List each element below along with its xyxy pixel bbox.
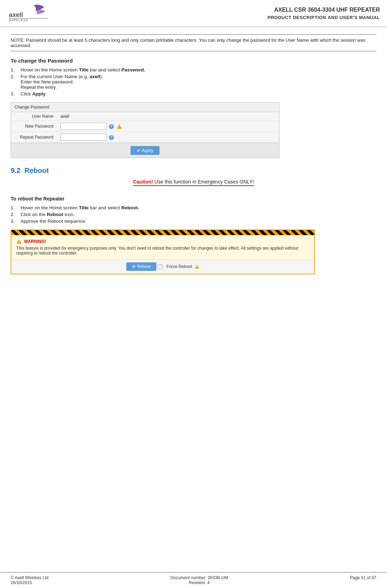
page-footer: © Axell Wireless Ltd 26/10/2015 Document… <box>0 572 387 588</box>
footer-left: © Axell Wireless Ltd 26/10/2015 <box>11 575 48 585</box>
new-password-field-cell: ? <box>57 121 279 132</box>
reboot-step-3-num: 3. <box>11 219 21 224</box>
username-row: User Name axell <box>11 112 279 121</box>
step-3: 3. Click Apply. <box>11 91 376 97</box>
footer-date: 26/10/2015 <box>11 580 48 585</box>
reboot-step-3: 3. Approve the Reboot sequence. <box>11 219 376 224</box>
repeat-password-help-icon: ? <box>109 135 114 140</box>
caution-label: Caution! <box>133 179 153 185</box>
force-reboot-checkbox[interactable] <box>158 264 162 269</box>
header-title-block: AXELL CSR 3604-3304 UHF REPEATER PRODUCT… <box>71 6 380 21</box>
footer-company: © Axell Wireless Ltd <box>11 575 48 580</box>
section-num: 9.2 <box>11 167 21 174</box>
warning-body: ! WARNING! This feature is provided for … <box>11 235 314 259</box>
force-reboot-warn-icon <box>195 265 199 269</box>
step-2-indent1: Enter the New password. <box>21 79 376 85</box>
note-text: NOTE: Password should be at least 5 char… <box>11 37 365 48</box>
warning-panel: ! WARNING! This feature is provided for … <box>11 229 315 274</box>
svg-text:axell: axell <box>9 11 23 18</box>
section-title: Reboot <box>24 167 49 174</box>
step-1-text: Hover on the Home screen Title bar and s… <box>21 67 376 72</box>
step-3-num: 3. <box>11 91 21 97</box>
step-2-num: 2. <box>11 74 21 90</box>
panel-title: Change Password <box>11 103 279 112</box>
caution-text: Use this function in Emergency Cases ONL… <box>153 179 254 185</box>
reboot-step-2-num: 2. <box>11 212 21 217</box>
repeat-password-input[interactable] <box>60 134 106 141</box>
step-2-indent2: Repeat the entry. <box>21 85 376 90</box>
new-password-row: New Password ? <box>11 121 279 132</box>
reboot-step-3-text: Approve the Reboot sequence. <box>21 219 376 224</box>
warning-title-text: WARNING! <box>24 239 46 244</box>
footer-page-number: Page 51 of 67 <box>350 575 376 585</box>
repeat-password-row: Repeat Password ? <box>11 132 279 143</box>
change-password-steps: 1. Hover on the Home screen Title bar an… <box>11 67 376 97</box>
reboot-step-1-text: Hover on the Home screen Title bar and s… <box>21 205 376 210</box>
change-password-heading: To change the Password <box>11 58 376 64</box>
note-box: NOTE: Password should be at least 5 char… <box>11 34 376 51</box>
footer-revision: Revision. 4 <box>171 580 228 585</box>
product-title-line2: PRODUCT DESCRIPTION AND USER'S MANUAL <box>71 14 380 21</box>
reboot-step-1: 1. Hover on the Home screen Title bar an… <box>11 205 376 210</box>
username-value: axell <box>57 112 279 121</box>
warning-title-row: ! WARNING! <box>16 239 309 244</box>
warning-body-text: This feature is provided for emergency p… <box>16 246 309 256</box>
step-2-text: For the current User Name (e.g. axell): … <box>21 74 376 90</box>
svg-text:!: ! <box>18 240 19 244</box>
caution-box: Caution! Use this function in Emergency … <box>133 179 254 186</box>
reboot-step-2-text: Click on the Reboot icon. <box>21 212 376 217</box>
footer-doc-number: Document number: 3633B-UM <box>171 575 228 580</box>
svg-text:WIRELESS: WIRELESS <box>9 18 28 22</box>
apply-button[interactable]: ✔ Apply <box>131 146 160 155</box>
step-1: 1. Hover on the Home screen Title bar an… <box>11 67 376 72</box>
page-header: axell WIRELESS AXELL CSR 3604-3304 UHF R… <box>0 0 387 27</box>
repeat-password-field-cell: ? <box>57 132 279 143</box>
section-9-2-title: 9.2 Reboot <box>11 167 376 175</box>
step-2: 2. For the current User Name (e.g. axell… <box>11 74 376 90</box>
reboot-heading: To reboot the Repeater <box>11 196 376 202</box>
new-password-warn-icon <box>117 124 122 129</box>
caution-area: Caution! Use this function in Emergency … <box>11 179 376 191</box>
reboot-button[interactable]: ⚙ Reboot <box>126 262 156 271</box>
logo-area: axell WIRELESS <box>7 4 71 23</box>
step-1-num: 1. <box>11 67 21 72</box>
reboot-step-1-num: 1. <box>11 205 21 210</box>
reboot-steps: 1. Hover on the Home screen Title bar an… <box>11 205 376 224</box>
product-title-line1: AXELL CSR 3604-3304 UHF REPEATER <box>71 6 380 14</box>
change-password-panel: Change Password User Name axell New Pass… <box>11 102 279 158</box>
force-reboot-label: Force Reboot <box>167 264 192 269</box>
footer-center: Document number: 3633B-UM Revision. 4 <box>171 575 228 585</box>
new-password-input[interactable] <box>60 123 106 130</box>
panel-fields-table: User Name axell New Password ? Repeat Pa… <box>11 112 279 143</box>
reboot-step-2: 2. Click on the Reboot icon. <box>11 212 376 217</box>
panel-footer: ✔ Apply <box>11 143 279 158</box>
warning-footer: ⚙ Reboot Force Reboot <box>11 259 314 274</box>
new-password-label: New Password <box>11 121 57 132</box>
username-label: User Name <box>11 112 57 121</box>
step-3-text: Click Apply. <box>21 91 376 97</box>
main-content: NOTE: Password should be at least 5 char… <box>0 27 387 289</box>
username-text: axell <box>60 114 69 119</box>
warning-stripe <box>11 230 314 235</box>
repeat-password-label: Repeat Password <box>11 132 57 143</box>
logo-image: axell WIRELESS <box>7 4 50 23</box>
warning-triangle-icon: ! <box>16 239 22 244</box>
new-password-help-icon: ? <box>109 124 114 129</box>
